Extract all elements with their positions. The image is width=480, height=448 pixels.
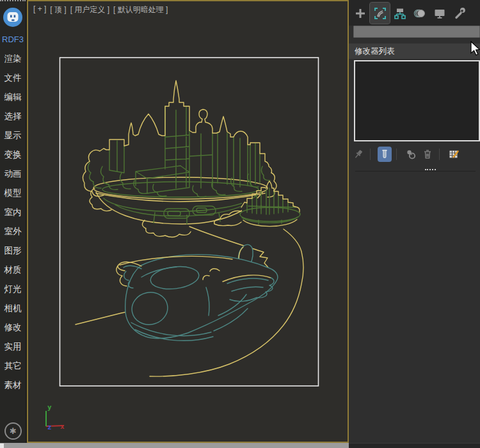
sidebar-item-render[interactable]: 渲染 (0, 49, 26, 68)
object-name-field[interactable] (353, 26, 480, 38)
modifier-stack-toolbar (349, 146, 480, 163)
grid-pencil-icon (448, 148, 460, 160)
left-sidebar: RDF3 渲染 文件 编辑 选择 显示 变换 动画 模型 室内 室外 图形 材质… (0, 0, 26, 443)
toolbar-separator (439, 148, 440, 160)
sidebar-item-other[interactable]: 其它 (0, 356, 26, 376)
motion-circles-icon (413, 7, 426, 20)
sidebar-item-utility[interactable]: 实用 (0, 337, 26, 356)
show-end-result-button[interactable] (378, 147, 392, 162)
sidebar-item-shapes[interactable]: 图形 (0, 241, 26, 260)
viewport-menu-pov[interactable]: [ 顶 ] (50, 4, 66, 15)
sidebar-item-lights[interactable]: 灯光 (0, 280, 26, 299)
gear-icon[interactable]: ✱ (4, 422, 22, 440)
tab-create[interactable] (350, 3, 370, 24)
pin-stack-button[interactable] (351, 147, 365, 162)
rollout-separator (355, 171, 476, 172)
track-bar[interactable] (0, 443, 349, 448)
viewport-drawing: x y z (28, 1, 348, 442)
axis-z-label: z (47, 423, 52, 431)
tab-hierarchy[interactable] (390, 3, 410, 24)
sidebar-item-select[interactable]: 选择 (0, 107, 26, 126)
viewport-menu-shading[interactable]: [ 默认明暗处理 ] (113, 4, 168, 15)
utilities-wrench-icon (453, 7, 466, 20)
pin-icon (353, 148, 364, 160)
display-monitor-icon (433, 7, 446, 20)
sidebar-item-interior[interactable]: 室内 (0, 203, 26, 222)
sidebar-menu: 渲染 文件 编辑 选择 显示 变换 动画 模型 室内 室外 图形 材质 灯光 相… (0, 49, 26, 395)
panel-resize-grip[interactable] (425, 169, 436, 172)
sidebar-item-assets[interactable]: 素材 (0, 376, 26, 395)
tab-modify[interactable] (370, 3, 390, 24)
modify-icon (374, 7, 387, 20)
sidebar-item-display[interactable]: 显示 (0, 126, 26, 145)
sidebar-item-model[interactable]: 模型 (0, 184, 26, 203)
sidebar-item-camera[interactable]: 相机 (0, 299, 26, 318)
viewport-label: [ + ] [ 顶 ] [ 用户定义 ] [ 默认明暗处理 ] (33, 4, 168, 15)
make-unique-icon (405, 148, 417, 160)
sidebar-item-transform[interactable]: 变换 (0, 145, 26, 164)
sidebar-item-exterior[interactable]: 室外 (0, 222, 26, 241)
mouse-cursor (470, 41, 480, 56)
sidebar-item-file[interactable]: 文件 (0, 68, 26, 88)
bottom-panel-strip (349, 443, 480, 448)
viewport-menu-user[interactable]: [ 用户定义 ] (70, 4, 109, 15)
app-logo[interactable] (3, 7, 23, 28)
viewport-menu-general[interactable]: [ + ] (33, 4, 46, 15)
configure-modifier-sets-button[interactable] (447, 147, 461, 162)
brand-label: RDF3 (0, 35, 26, 44)
flying-car (116, 244, 278, 340)
hierarchy-icon (394, 7, 406, 20)
tab-display[interactable] (429, 3, 449, 24)
axis-y-label: y (47, 403, 52, 412)
create-plus-icon (354, 7, 367, 20)
sidebar-item-material[interactable]: 材质 (0, 260, 26, 280)
sidebar-item-edit[interactable]: 编辑 (0, 88, 26, 107)
toolbar-separator (370, 148, 371, 160)
sidebar-item-animation[interactable]: 动画 (0, 164, 26, 184)
command-panel-tabs (349, 0, 480, 26)
modifier-stack-list[interactable] (354, 60, 480, 141)
modifier-list-label: 修改器列表 (349, 46, 395, 57)
axis-gizmo: x y z (46, 403, 65, 431)
remove-modifier-button[interactable] (420, 147, 435, 162)
command-panel: 修改器列表 (349, 0, 480, 443)
gear-glyph: ✱ (10, 426, 17, 436)
toolbar-separator (396, 148, 397, 160)
tab-motion[interactable] (410, 3, 429, 24)
axis-x-label: x (60, 422, 65, 431)
viewport[interactable]: [ + ] [ 顶 ] [ 用户定义 ] [ 默认明暗处理 ] (27, 0, 349, 443)
sidebar-item-modify[interactable]: 修改 (0, 318, 26, 337)
trash-icon (422, 148, 433, 160)
vial-icon (379, 148, 390, 160)
track-bar-grip[interactable] (0, 444, 4, 448)
tab-utilities[interactable] (449, 3, 469, 24)
modifier-list-dropdown[interactable]: 修改器列表 (349, 44, 480, 59)
application-window: RDF3 渲染 文件 编辑 选择 显示 变换 动画 模型 室内 室外 图形 材质… (0, 0, 480, 448)
ghost-logo-icon (3, 7, 23, 28)
make-unique-button[interactable] (404, 147, 418, 162)
